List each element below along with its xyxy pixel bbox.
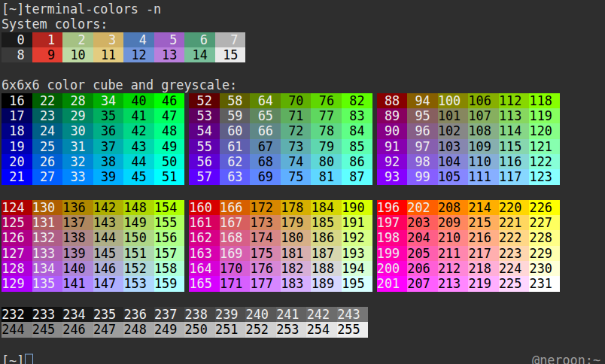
color-cell-143: 143: [93, 215, 124, 230]
color-cell-108: 108: [468, 123, 499, 138]
color-cell-102: 102: [438, 123, 469, 138]
cube-block-row: 125131137143149155: [2, 215, 184, 230]
color-cell-227: 227: [529, 215, 560, 230]
color-cell-107: 107: [468, 108, 499, 123]
color-cell-230: 230: [529, 261, 560, 276]
color-cell-166: 166: [220, 200, 251, 215]
color-cell-175: 175: [250, 246, 281, 261]
color-cell-246: 246: [62, 322, 93, 337]
color-cell-27: 27: [32, 169, 63, 184]
color-cell-46: 46: [154, 93, 185, 108]
color-cell-157: 157: [154, 246, 185, 261]
color-cell-105: 105: [438, 169, 469, 184]
color-cell-25: 25: [32, 139, 63, 154]
color-cell-29: 29: [62, 108, 93, 123]
color-cell-154: 154: [154, 200, 185, 215]
color-cell-62: 62: [220, 154, 251, 169]
system-colors-row-2: 89101112131415: [2, 47, 605, 62]
color-cell-127: 127: [2, 246, 32, 261]
color-cell-252: 252: [245, 322, 276, 337]
color-cell-197: 197: [377, 215, 408, 230]
color-cell-193: 193: [342, 246, 372, 261]
color-cell-202: 202: [407, 200, 438, 215]
color-cell-151: 151: [123, 246, 154, 261]
color-cell-153: 153: [123, 276, 154, 291]
color-cell-163: 163: [189, 246, 220, 261]
color-cell-128: 128: [2, 261, 32, 276]
cube-blocks-bottom: 1241301361421481541251311371431491551261…: [2, 200, 605, 292]
cube-block-row: 546066727884: [189, 123, 372, 138]
color-cell-4: 4: [123, 32, 154, 47]
color-cell-210: 210: [438, 230, 469, 245]
color-cell-201: 201: [377, 276, 408, 291]
host-indicator: @neroon:~: [532, 353, 600, 364]
cube-blocks-top: 1622283440461723293541471824303642481925…: [2, 93, 605, 185]
color-cell-180: 180: [281, 230, 312, 245]
color-cell-141: 141: [62, 276, 93, 291]
prompt-path: [~]: [2, 353, 24, 364]
color-cell-33: 33: [62, 169, 93, 184]
color-cell-83: 83: [342, 108, 372, 123]
cube-block-row: 200206212218224230: [377, 261, 560, 276]
cube-block-row: 202632384450: [2, 154, 184, 169]
color-cell-51: 51: [154, 169, 185, 184]
color-cell-205: 205: [407, 246, 438, 261]
color-cell-67: 67: [250, 139, 281, 154]
color-cell-148: 148: [123, 200, 154, 215]
color-cell-80: 80: [311, 154, 342, 169]
color-cell-184: 184: [311, 200, 342, 215]
color-cell-161: 161: [189, 215, 220, 230]
color-cell-135: 135: [32, 276, 63, 291]
color-cell-185: 185: [311, 215, 342, 230]
color-cell-188: 188: [311, 261, 342, 276]
color-cell-101: 101: [438, 108, 469, 123]
color-cell-182: 182: [281, 261, 312, 276]
cube-block-row: 192531374349: [2, 139, 184, 154]
cube-block-row: 9399105111117123: [377, 169, 560, 184]
color-cell-71: 71: [281, 108, 312, 123]
cube-block-row: 127133139145151157: [2, 246, 184, 261]
cube-block-row: 128134140146152158: [2, 261, 184, 276]
color-cell-159: 159: [154, 276, 185, 291]
cube-block-row: 165171177183189195: [189, 276, 372, 291]
color-cell-96: 96: [407, 123, 438, 138]
color-cell-90: 90: [377, 123, 408, 138]
cube-block-row: 556167737985: [189, 139, 372, 154]
color-cell-82: 82: [342, 93, 372, 108]
color-cell-174: 174: [250, 230, 281, 245]
prompt-left-group: [~]: [2, 352, 33, 364]
color-cell-235: 235: [93, 307, 124, 322]
color-cell-64: 64: [250, 93, 281, 108]
color-cell-241: 241: [276, 307, 307, 322]
color-cell-140: 140: [62, 261, 93, 276]
color-cell-119: 119: [529, 108, 560, 123]
color-cell-32: 32: [62, 154, 93, 169]
color-cell-138: 138: [62, 230, 93, 245]
cube-block-row: 161167173179185191: [189, 215, 372, 230]
cube-block-2: 5258647076825359657177835460667278845561…: [189, 93, 372, 185]
terminal-cursor[interactable]: [25, 354, 33, 364]
color-cell-77: 77: [311, 108, 342, 123]
color-cell-245: 245: [32, 322, 63, 337]
color-cell-21: 21: [2, 169, 32, 184]
color-cell-232: 232: [2, 307, 32, 322]
color-cell-18: 18: [2, 123, 32, 138]
cube-heading: 6x6x6 color cube and greyscale:: [2, 77, 605, 93]
color-cell-221: 221: [499, 215, 530, 230]
color-cell-48: 48: [154, 123, 185, 138]
color-cell-122: 122: [529, 154, 560, 169]
color-cell-74: 74: [281, 154, 312, 169]
color-cell-126: 126: [2, 230, 32, 245]
color-cell-19: 19: [2, 139, 32, 154]
color-cell-196: 196: [377, 200, 408, 215]
blank-line: [2, 338, 605, 353]
color-cell-61: 61: [220, 139, 251, 154]
color-cell-170: 170: [220, 261, 251, 276]
color-cell-20: 20: [2, 154, 32, 169]
color-cell-121: 121: [529, 139, 560, 154]
color-cell-40: 40: [123, 93, 154, 108]
blank-line: [2, 185, 605, 200]
color-cell-49: 49: [154, 139, 185, 154]
color-cell-247: 247: [93, 322, 124, 337]
blank-line: [2, 62, 605, 77]
